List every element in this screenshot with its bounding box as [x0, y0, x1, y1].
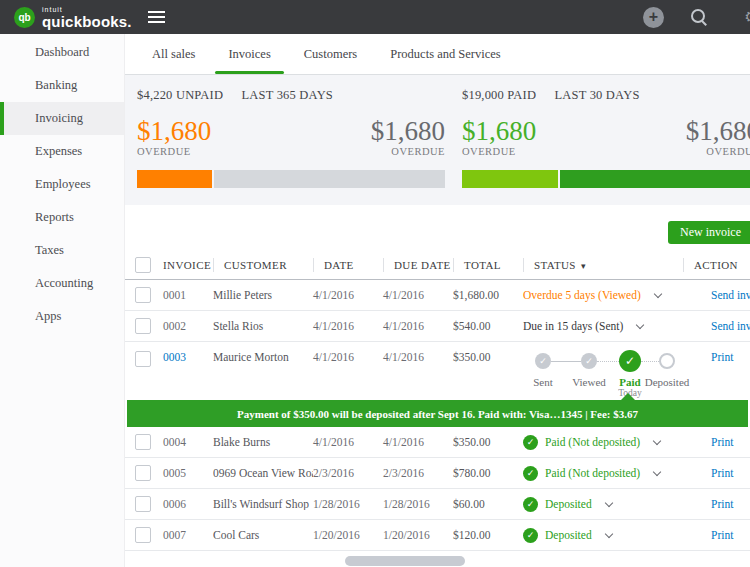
horizontal-scrollbar[interactable] — [345, 556, 465, 566]
sidebar-item-invoicing[interactable]: Invoicing — [0, 102, 124, 135]
column-header-due-date[interactable]: DUE DATE — [383, 258, 453, 272]
paid-amount-summary: $19,000 PAID — [462, 88, 536, 102]
date-cell: 4/1/2016 — [313, 320, 383, 332]
sort-arrow-icon: ▾ — [581, 261, 586, 271]
status-text: Deposited — [545, 529, 592, 541]
date-cell: 1/28/2016 — [313, 498, 383, 510]
date-cell: 1/20/2016 — [313, 529, 383, 541]
new-invoice-button[interactable]: New invoice — [668, 221, 750, 244]
column-header-total[interactable]: TOTAL — [453, 258, 523, 272]
row-checkbox[interactable] — [135, 527, 151, 543]
action-link[interactable]: Send invoice — [683, 320, 750, 332]
tab-customers[interactable]: Customers — [304, 34, 357, 74]
invoices-table-card: New invoice INVOICECUSTOMERDATEDUE DATET… — [125, 205, 750, 567]
paid-title: $19,000 PAID LAST 30 DAYS — [462, 88, 750, 103]
main-content: All salesInvoicesCustomersProducts and S… — [125, 34, 750, 567]
row-checkbox[interactable] — [135, 434, 151, 450]
action-link[interactable]: Send invoice — [683, 289, 750, 301]
status-chevron-icon[interactable] — [654, 289, 662, 297]
unpaid-amounts: $1,680 OVERDUE $1,680 OVERDUE — [137, 118, 445, 157]
paid-overdue-amount: $1,680 — [462, 118, 536, 145]
sidebar-item-taxes[interactable]: Taxes — [0, 234, 124, 267]
due-date-cell: 1/20/2016 — [383, 529, 453, 541]
hamburger-menu-icon[interactable] — [148, 11, 165, 23]
table-row-invoice-0006[interactable]: 0006Bill's Windsurf Shop1/28/20161/28/20… — [125, 489, 750, 520]
status-text: Deposited — [545, 498, 592, 510]
table-row-invoice-0005[interactable]: 00050969 Ocean View Road2/3/20162/3/2016… — [125, 458, 750, 489]
status-text: Overdue 5 days (Viewed) — [523, 289, 641, 301]
invoice-number-cell: 0004 — [163, 436, 213, 448]
row-checkbox[interactable] — [135, 496, 151, 512]
paid-check-icon: ✓ — [523, 435, 538, 450]
row-checkbox[interactable] — [135, 351, 151, 367]
column-header-action[interactable]: ACTION — [683, 258, 750, 272]
row-checkbox[interactable] — [135, 465, 151, 481]
status-chevron-icon[interactable] — [653, 436, 661, 444]
timeline-connector — [597, 361, 619, 362]
status-text: Due in 15 days (Sent) — [523, 320, 623, 332]
create-new-icon[interactable]: + — [643, 7, 664, 28]
status-chevron-icon[interactable] — [653, 467, 661, 475]
status-chevron-icon[interactable] — [636, 320, 644, 328]
date-cell: 4/1/2016 — [313, 289, 383, 301]
paid-period: LAST 30 DAYS — [555, 88, 640, 102]
due-date-cell: 4/1/2016 — [383, 320, 453, 332]
status-chevron-icon[interactable] — [604, 498, 612, 506]
column-header-status[interactable]: STATUS▾ — [523, 258, 683, 272]
status-cell: Due in 15 days (Sent) — [523, 320, 683, 332]
invoice-number-cell: 0002 — [163, 320, 213, 332]
timeline-step-paid-icon: ✓ — [619, 350, 641, 372]
tab-invoices[interactable]: Invoices — [228, 34, 270, 74]
sidebar-item-dashboard[interactable]: Dashboard — [0, 36, 124, 69]
sidebar-item-apps[interactable]: Apps — [0, 300, 124, 333]
unpaid-title: $4,220 UNPAID LAST 365 DAYS — [137, 88, 445, 103]
deposit-banner: Payment of $350.00 will be deposited aft… — [127, 400, 748, 427]
timeline-step-sent-icon: ✓ — [535, 353, 551, 369]
action-link[interactable]: Print — [683, 498, 750, 510]
unpaid-total-label: OVERDUE — [371, 146, 445, 157]
row-checkbox[interactable] — [135, 318, 151, 334]
quickbooks-wordmark: intuit quickbooks. — [42, 6, 132, 29]
unpaid-progress-bar[interactable] — [137, 170, 445, 188]
status-chevron-icon[interactable] — [604, 529, 612, 537]
customer-cell: Cool Cars — [213, 529, 313, 541]
tab-all-sales[interactable]: All sales — [152, 34, 195, 74]
status-cell: ✓Paid (Not deposited) — [523, 435, 683, 450]
sales-tabs: All salesInvoicesCustomersProducts and S… — [125, 34, 750, 75]
sidebar-item-employees[interactable]: Employees — [0, 168, 124, 201]
sales-stats: $4,220 UNPAID LAST 365 DAYS $1,680 OVERD… — [125, 75, 750, 205]
action-link[interactable]: Print — [683, 529, 750, 541]
select-all-checkbox[interactable] — [135, 257, 151, 273]
header-actions: + — [643, 7, 708, 28]
column-header-invoice[interactable]: INVOICE — [163, 258, 213, 272]
status-cell: ✓Paid (Not deposited) — [523, 466, 683, 481]
qb-logo-icon: qb — [14, 7, 35, 28]
sidebar-item-banking[interactable]: Banking — [0, 69, 124, 102]
table-row-invoice-0007[interactable]: 0007Cool Cars1/20/20161/20/2016$120.00✓D… — [125, 520, 750, 551]
action-link[interactable]: Print — [683, 351, 750, 363]
paid-check-icon: ✓ — [523, 466, 538, 481]
total-cell: $120.00 — [453, 529, 523, 541]
total-cell: $350.00 — [453, 436, 523, 448]
paid-progress-bar[interactable] — [462, 170, 750, 188]
tab-products-and-services[interactable]: Products and Services — [390, 34, 500, 74]
action-link[interactable]: Print — [683, 467, 750, 479]
sidebar-item-expenses[interactable]: Expenses — [0, 135, 124, 168]
search-icon[interactable] — [690, 8, 708, 26]
sidebar-item-reports[interactable]: Reports — [0, 201, 124, 234]
column-header-date[interactable]: DATE — [313, 258, 383, 272]
column-header-customer[interactable]: CUSTOMER — [213, 258, 313, 272]
row-checkbox[interactable] — [135, 287, 151, 303]
customer-cell: Stella Rios — [213, 320, 313, 332]
sidebar-item-accounting[interactable]: Accounting — [0, 267, 124, 300]
table-row-invoice-0003[interactable]: 0003Maurice Morton4/1/20164/1/2016$350.0… — [125, 342, 750, 400]
due-date-cell: 4/1/2016 — [383, 289, 453, 301]
unpaid-amount-summary: $4,220 UNPAID — [137, 88, 223, 102]
table-row-invoice-0004[interactable]: 0004Blake Burns4/1/20164/1/2016$350.00✓P… — [125, 427, 750, 458]
action-link[interactable]: Print — [683, 436, 750, 448]
paid-overdue-label: OVERDUE — [462, 146, 536, 157]
gear-icon[interactable]: ⚙ — [745, 8, 750, 26]
invoice-number-cell[interactable]: 0003 — [163, 351, 213, 363]
table-row-invoice-0001[interactable]: 0001Millie Peters4/1/20164/1/2016$1,680.… — [125, 280, 750, 311]
table-row-invoice-0002[interactable]: 0002Stella Rios4/1/20164/1/2016$540.00Du… — [125, 311, 750, 342]
